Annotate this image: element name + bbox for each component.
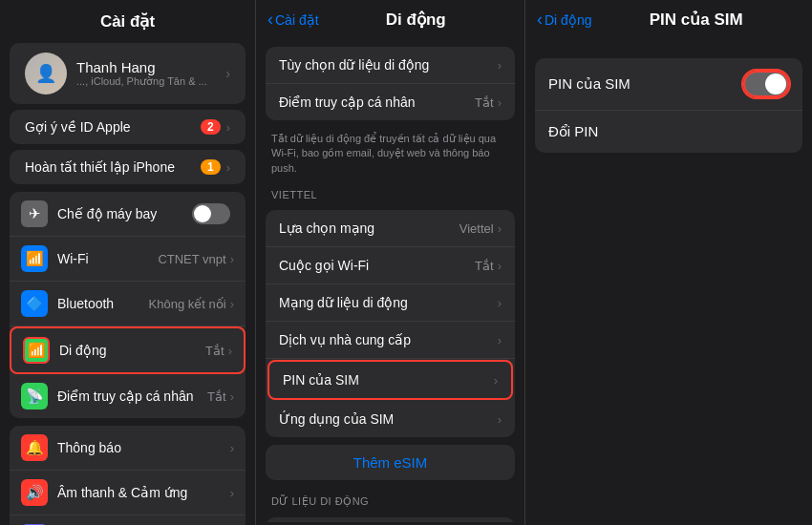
add-esim-label: Thêm eSIM — [353, 454, 428, 471]
notifications-label: Thông báo — [57, 440, 230, 455]
back-chevron-icon: ‹ — [267, 10, 273, 30]
network-selection-chevron-icon: › — [498, 221, 502, 236]
carrier-services-chevron-icon: › — [498, 333, 502, 347]
settings-item-airplane[interactable]: ✈ Chế độ máy bay — [10, 192, 246, 237]
hotspot-icon: 📡 — [21, 383, 48, 410]
back-to-cellular-chevron-icon: ‹ — [537, 10, 543, 30]
back-to-cellular-label: Di động — [545, 12, 591, 28]
settings-item-notifications[interactable]: 🔔 Thông báo › — [10, 426, 246, 471]
data-usage-group: Thời gian hiện tại 32,2 GB › Chuyển vùng… — [266, 517, 515, 522]
sim-pin-label: PIN của SIM — [283, 372, 494, 388]
personal-hotspot-item[interactable]: Điểm truy cập cá nhân Tắt › — [266, 84, 515, 120]
back-to-settings-button[interactable]: ‹ Cài đặt — [267, 10, 319, 30]
hotspot-label: Điểm truy cập cá nhân — [57, 388, 207, 404]
profile-sub: ..., iCloud, Phường Tân & ... — [76, 75, 225, 88]
personal-hotspot-label: Điểm truy cập cá nhân — [279, 94, 475, 110]
cellular-top-group: Tùy chọn dữ liệu di động › Điểm truy cập… — [266, 47, 515, 120]
sim-pin-title: PIN của SIM — [591, 10, 801, 30]
notification-icon: 🔔 — [21, 434, 48, 461]
setup-chevron-icon: › — [226, 160, 230, 175]
bluetooth-chevron-icon: › — [230, 297, 234, 311]
sim-apps-chevron-icon: › — [498, 412, 502, 427]
data-section-header: DỮ LIỆU DI ĐỘNG — [256, 488, 524, 510]
personal-hotspot-chevron-icon: › — [498, 95, 502, 110]
mobile-data-chevron-icon: › — [498, 296, 502, 310]
settings-item-cellular[interactable]: 📶 Di động Tắt › — [10, 326, 246, 374]
settings-item-sound[interactable]: 🔊 Âm thanh & Cảm ứng › — [10, 471, 246, 515]
sim-pin-item[interactable]: PIN của SIM › — [267, 360, 513, 400]
cellular-content: Tùy chọn dữ liệu di động › Điểm truy cập… — [256, 39, 524, 522]
suggestion-badge: 2 — [201, 119, 221, 135]
airplane-toggle[interactable] — [192, 203, 230, 224]
sim-pin-toggle-item[interactable]: PIN của SIM — [535, 58, 802, 111]
profile-name: Thanh Hang — [76, 59, 225, 75]
cellular-data-options[interactable]: Tùy chọn dữ liệu di động › — [266, 47, 515, 84]
bluetooth-icon: 🔷 — [21, 290, 48, 317]
notifications-chevron-icon: › — [230, 441, 234, 455]
cellular-header: ‹ Cài đặt Di động — [256, 0, 524, 39]
carrier-services-label: Dịch vụ nhà cung cấp — [279, 332, 498, 347]
settings-item-hotspot[interactable]: 📡 Điểm truy cập cá nhân Tắt › — [10, 374, 246, 418]
hotspot-value: Tắt — [207, 389, 226, 404]
cellular-description: Tắt dữ liệu di động để truyền tất cả dữ … — [256, 128, 524, 183]
cellular-title: Di động — [319, 10, 513, 30]
wifi-value: CTNET vnpt — [158, 252, 225, 266]
suggestion-row[interactable]: Gợi ý về ID Apple 2 › — [10, 110, 246, 144]
profile-chevron-icon: › — [225, 66, 230, 81]
cellular-label: Di động — [59, 343, 205, 358]
settings-title: Cài đặt — [0, 0, 255, 37]
viettel-section-header: VIETTEL — [256, 183, 524, 202]
wifi-calling-chevron-icon: › — [498, 259, 502, 273]
back-label: Cài đặt — [275, 12, 319, 28]
wifi-chevron-icon: › — [230, 252, 234, 266]
wifi-label: Wi-Fi — [57, 251, 158, 266]
hotspot-chevron-icon: › — [230, 389, 234, 404]
back-to-cellular-button[interactable]: ‹ Di động — [537, 10, 591, 30]
wifi-calling[interactable]: Cuộc gọi Wi-Fi Tắt › — [266, 247, 515, 284]
network-selection-value: Viettel — [459, 221, 494, 236]
suggestion-text: Gợi ý về ID Apple — [25, 119, 201, 135]
airplane-icon: ✈ — [21, 200, 48, 227]
sim-pin-toggle-label: PIN của SIM — [548, 75, 743, 93]
settings-item-wifi[interactable]: 📶 Wi-Fi CTNET vnpt › — [10, 237, 246, 282]
sound-icon: 🔊 — [21, 479, 48, 506]
wifi-calling-value: Tắt — [475, 259, 494, 273]
setup-text: Hoàn tất thiết lập iPhone — [25, 159, 201, 175]
add-esim-button[interactable]: Thêm eSIM — [266, 445, 515, 480]
sound-label: Âm thanh & Cảm ứng — [57, 485, 230, 500]
bluetooth-label: Bluetooth — [57, 296, 149, 311]
mobile-data-network[interactable]: Mạng dữ liệu di động › — [266, 284, 515, 322]
cellular-value: Tắt — [205, 344, 224, 358]
sim-pin-header: ‹ Di động PIN của SIM — [525, 0, 812, 39]
cellular-panel: ‹ Cài đặt Di động Tùy chọn dữ liệu di độ… — [256, 0, 525, 525]
settings-panel: Cài đặt 👤 Thanh Hang ..., iCloud, Phường… — [0, 0, 256, 525]
carrier-services[interactable]: Dịch vụ nhà cung cấp › — [266, 322, 515, 359]
cellular-chevron-icon: › — [228, 344, 232, 358]
sound-chevron-icon: › — [230, 486, 234, 500]
current-time-data[interactable]: Thời gian hiện tại 32,2 GB › — [266, 517, 515, 522]
personal-hotspot-value: Tắt — [475, 95, 494, 110]
setup-row[interactable]: Hoàn tất thiết lập iPhone 1 › — [10, 150, 246, 184]
settings-item-bluetooth[interactable]: 🔷 Bluetooth Không kết nối › — [10, 282, 246, 326]
viettel-group: Lựa chọn mạng Viettel › Cuộc gọi Wi-Fi T… — [266, 210, 515, 437]
cellular-icon: 📶 — [23, 337, 50, 364]
settings-group-connectivity: ✈ Chế độ máy bay 📶 Wi-Fi CTNET vnpt › 🔷 … — [10, 192, 246, 418]
setup-badge: 1 — [201, 159, 221, 175]
sim-pin-toggle[interactable] — [743, 71, 789, 97]
profile-row[interactable]: 👤 Thanh Hang ..., iCloud, Phường Tân & .… — [10, 43, 246, 104]
network-selection-label: Lựa chọn mạng — [279, 220, 459, 236]
wifi-calling-label: Cuộc gọi Wi-Fi — [279, 258, 475, 273]
sim-apps-label: Ứng dụng của SIM — [279, 411, 498, 427]
avatar: 👤 — [25, 52, 67, 94]
settings-item-focus[interactable]: 🌙 Tập trung › — [10, 515, 246, 525]
sim-pin-group: PIN của SIM Đổi PIN — [535, 58, 802, 153]
bluetooth-value: Không kết nối — [149, 297, 226, 311]
network-selection[interactable]: Lựa chọn mạng Viettel › — [266, 210, 515, 247]
sim-pin-panel: ‹ Di động PIN của SIM PIN của SIM Đổi PI… — [525, 0, 812, 525]
wifi-icon: 📶 — [21, 245, 48, 272]
profile-info: Thanh Hang ..., iCloud, Phường Tân & ... — [76, 59, 225, 88]
sim-apps[interactable]: Ứng dụng của SIM › — [266, 401, 515, 437]
change-pin-item[interactable]: Đổi PIN — [535, 111, 802, 153]
airplane-label: Chế độ máy bay — [57, 206, 192, 221]
mobile-data-label: Mạng dữ liệu di động — [279, 295, 498, 310]
